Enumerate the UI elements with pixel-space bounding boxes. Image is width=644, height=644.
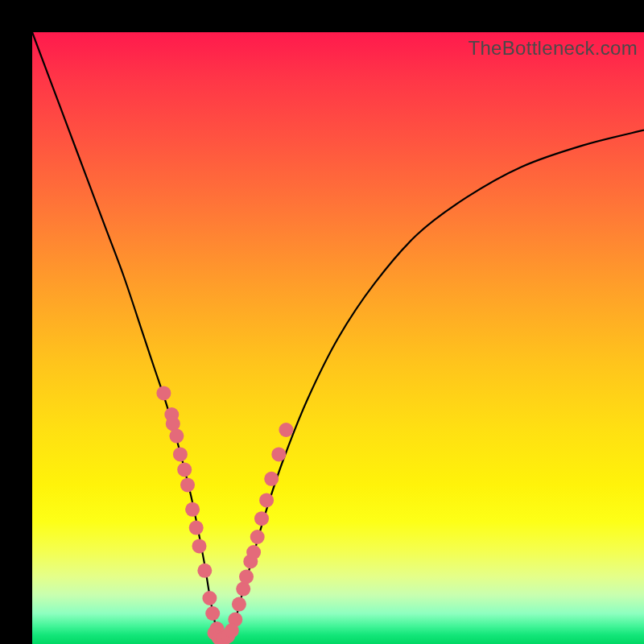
data-point xyxy=(156,386,171,400)
data-point xyxy=(246,545,261,559)
data-point xyxy=(169,429,184,444)
data-point xyxy=(192,539,207,553)
data-point xyxy=(259,493,274,507)
data-point xyxy=(166,416,180,431)
data-point xyxy=(279,423,293,437)
data-point xyxy=(264,472,279,486)
data-point xyxy=(180,477,195,492)
chart-svg xyxy=(32,32,644,644)
data-point xyxy=(232,597,246,612)
data-point xyxy=(236,582,250,597)
data-point xyxy=(177,462,192,477)
data-point xyxy=(189,521,204,535)
plot-area: TheBottleneck.com xyxy=(32,32,644,644)
data-point xyxy=(271,447,286,461)
data-point xyxy=(239,569,254,584)
data-point xyxy=(205,606,220,621)
data-point xyxy=(254,511,269,526)
right-cluster xyxy=(228,423,293,627)
data-point xyxy=(250,530,265,544)
data-point xyxy=(225,623,239,638)
data-point xyxy=(197,564,212,578)
data-point xyxy=(185,502,200,517)
bottleneck-curve xyxy=(32,32,644,639)
chart-frame: TheBottleneck.com xyxy=(0,0,644,644)
left-cluster xyxy=(156,386,232,644)
data-point xyxy=(202,591,217,605)
data-point xyxy=(173,447,188,461)
